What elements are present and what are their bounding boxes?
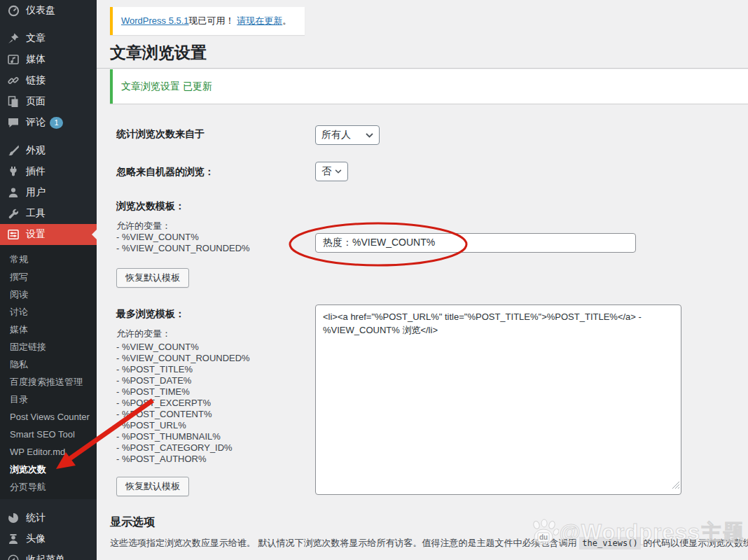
sidebar-item-label: 链接 [26,74,46,87]
settings-icon [7,228,20,241]
sidebar-item-统计[interactable]: 统计 [0,507,97,528]
sidebar-item-label: 评论 [26,116,46,129]
chevron-down-icon [335,169,342,174]
submenu-item-Smart SEO Tool[interactable]: Smart SEO Tool [0,426,97,443]
display-options-description: 这些选项指定浏览次数应显示给谁。 默认情况下浏览次数将显示给所有访客。值得注意的… [110,537,748,550]
template-variable: - %POST_URL% [116,420,250,431]
success-notice: 文章浏览设置 已更新 [110,69,748,104]
submenu-item-WP Editor.md[interactable]: WP Editor.md [0,443,97,461]
allowed-variables-label: 允许的变量： [116,220,171,232]
update-notice-period: 。 [282,15,291,26]
main-content: WordPress 5.5.1现已可用！ 请现在更新。 文章浏览设置 文章浏览设… [97,0,748,560]
page-title: 文章浏览设置 [110,42,207,64]
appearance-icon [7,144,20,157]
submenu-item-百度搜索推送管理[interactable]: 百度搜索推送管理 [0,373,97,391]
reset-most-viewed-template-button[interactable]: 恢复默认模板 [116,477,189,496]
submenu-item-阅读[interactable]: 阅读 [0,286,97,303]
wordpress-admin-page: 仪表盘文章媒体链接页面评论1外观插件用户工具设置 常规撰写阅读讨论媒体固定链接隐… [0,0,748,560]
sidebar-footer-menu: 统计头像收起菜单 [0,499,97,560]
sidebar-item-链接[interactable]: 链接 [0,70,97,91]
submenu-item-浏览次数[interactable]: 浏览次数 [0,461,97,478]
sidebar-item-label: 媒体 [26,53,46,66]
pushpin-icon [7,32,20,45]
views-source-select[interactable]: 所有人 [315,125,380,145]
sidebar-item-用户[interactable]: 用户 [0,182,97,203]
comment-icon [7,116,20,129]
success-notice-text: 文章浏览设置 已更新 [113,80,212,93]
sidebar-item-label: 页面 [26,95,46,108]
most-viewed-template-textarea[interactable]: <li><a href="%POST_URL%" title="%POST_TI… [315,304,681,495]
collapse-icon [7,554,20,560]
update-notice-text: 现已可用！ [189,15,235,26]
sidebar-item-仪表盘[interactable]: 仪表盘 [0,0,97,21]
link-icon [7,74,20,87]
views-source-label: 统计浏览次数来自于 [116,128,205,141]
plugin-icon [7,165,20,178]
sidebar-item-label: 仪表盘 [26,4,55,17]
ignore-bots-select[interactable]: 否 [315,162,348,181]
sidebar-item-评论[interactable]: 评论1 [0,112,97,133]
sidebar-item-label: 文章 [26,32,46,45]
users-icon [7,186,20,199]
header-divider [97,68,748,69]
ignore-bots-select-value: 否 [321,165,331,178]
submenu-item-Post Views Counter[interactable]: Post Views Counter [0,408,97,426]
submenu-item-隐私[interactable]: 隐私 [0,356,97,373]
template-variable: - %VIEW_COUNT% [116,342,250,353]
submenu-item-固定链接[interactable]: 固定链接 [0,338,97,356]
submenu-item-常规[interactable]: 常规 [0,251,97,268]
sidebar-item-插件[interactable]: 插件 [0,161,97,182]
the-views-code: the_views() [579,537,640,550]
views-template-variables: - %VIEW_COUNT%- %VIEW_COUNT_ROUNDED% [116,232,250,254]
submenu-item-目录[interactable]: 目录 [0,391,97,408]
template-variable: - %POST_DATE% [116,375,250,386]
current-menu-arrow [92,230,97,239]
sidebar-item-收起菜单[interactable]: 收起菜单 [0,550,97,560]
template-variable: - %POST_CONTENT% [116,409,250,420]
most-viewed-template-editor: <li><a href="%POST_URL%" title="%POST_TI… [315,304,681,495]
chevron-down-icon [366,133,373,138]
sidebar-item-label: 头像 [26,533,46,545]
template-variable: - %VIEW_COUNT_ROUNDED% [116,243,250,254]
template-variable: - %POST_TITLE% [116,364,250,375]
display-options-heading: 显示选项 [110,515,155,530]
allowed-variables-label: 允许的变量： [116,328,171,340]
sidebar-item-设置[interactable]: 设置 [0,224,97,245]
template-variable: - %POST_TIME% [116,386,250,398]
most-viewed-template-heading: 最多浏览模板： [116,308,185,321]
views-template-input[interactable] [315,233,636,253]
sidebar-item-头像[interactable]: 头像 [0,528,97,550]
submenu-item-讨论[interactable]: 讨论 [0,303,97,321]
sidebar-item-外观[interactable]: 外观 [0,140,97,161]
sidebar-item-工具[interactable]: 工具 [0,203,97,224]
avatar-icon [7,533,20,545]
submenu-item-撰写[interactable]: 撰写 [0,268,97,286]
sidebar-item-label: 用户 [26,186,46,199]
tools-icon [7,207,20,220]
dashboard-icon [7,4,20,17]
admin-menu: 仪表盘文章媒体链接页面评论1外观插件用户工具设置 [0,0,97,245]
media-icon [7,53,20,66]
sidebar-item-文章[interactable]: 文章 [0,28,97,49]
submenu-item-分页导航[interactable]: 分页导航 [0,478,97,496]
sidebar-item-label: 工具 [26,207,46,220]
sidebar-item-label: 统计 [26,512,46,524]
template-variable: - %POST_EXCERPT% [116,398,250,409]
admin-sidebar: 仪表盘文章媒体链接页面评论1外观插件用户工具设置 常规撰写阅读讨论媒体固定链接隐… [0,0,97,560]
template-variable: - %VIEW_COUNT_ROUNDED% [116,353,250,364]
template-variable: - %POST_THUMBNAIL% [116,431,250,442]
comment-count-badge: 1 [50,117,63,129]
wordpress-version-link[interactable]: WordPress 5.5.1 [121,15,189,26]
sidebar-item-label: 外观 [26,144,46,157]
sidebar-item-label: 插件 [26,165,46,178]
reset-views-template-button[interactable]: 恢复默认模板 [116,268,189,288]
submenu-item-媒体[interactable]: 媒体 [0,321,97,338]
pages-icon [7,95,20,108]
sidebar-item-页面[interactable]: 页面 [0,91,97,112]
pie-icon [7,512,20,524]
sidebar-item-label: 设置 [26,228,46,241]
views-template-heading: 浏览次数模板： [116,200,185,213]
sidebar-item-媒体[interactable]: 媒体 [0,49,97,70]
update-now-link[interactable]: 请现在更新 [237,15,282,26]
template-variable: - %VIEW_COUNT% [116,232,250,243]
